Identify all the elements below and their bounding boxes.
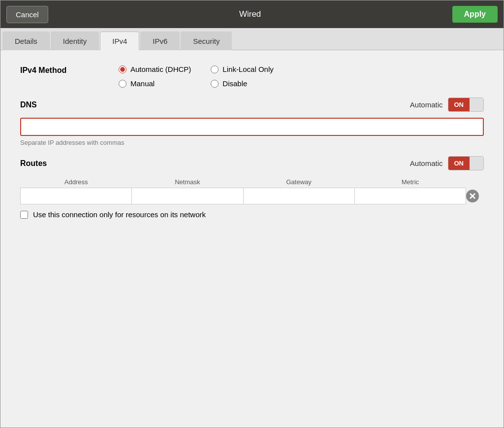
route-gateway-input[interactable] (244, 188, 354, 204)
routes-auto-row: Automatic ON (410, 156, 484, 170)
routes-section: Routes Automatic ON Address Netmask Gate… (20, 156, 484, 219)
tab-identity[interactable]: Identity (51, 32, 99, 50)
radio-link-local-input[interactable] (211, 66, 219, 73)
dns-header: DNS Automatic ON (20, 98, 484, 112)
dns-section: DNS Automatic ON Separate IP addresses w… (20, 98, 484, 146)
radio-disable-label: Disable (222, 79, 247, 88)
dns-input[interactable] (20, 118, 484, 136)
checkbox-row: Use this connection only for resources o… (20, 210, 484, 219)
dns-hint: Separate IP addresses with commas (20, 139, 484, 146)
routes-auto-text: Automatic (410, 159, 443, 167)
content-area: IPv4 Method Automatic (DHCP) Link-Local … (0, 50, 504, 428)
cancel-button[interactable]: Cancel (6, 6, 48, 23)
checkbox-label: Use this connection only for resources o… (33, 210, 206, 219)
dns-auto-text: Automatic (410, 100, 443, 109)
ipv4-method-options: Automatic (DHCP) Link-Local Only Manual … (119, 65, 284, 88)
routes-header: Routes Automatic ON (20, 156, 484, 170)
apply-button[interactable]: Apply (452, 6, 498, 23)
resources-only-checkbox[interactable] (20, 211, 28, 219)
route-address-input[interactable] (21, 188, 131, 204)
radio-manual[interactable]: Manual (119, 79, 191, 88)
radio-disable[interactable]: Disable (211, 79, 283, 88)
dns-label: DNS (20, 100, 37, 109)
dns-auto-row: Automatic ON (410, 98, 484, 112)
tab-ipv6[interactable]: IPv6 (140, 32, 180, 50)
dns-toggle[interactable]: ON (448, 98, 484, 112)
close-icon (470, 193, 475, 199)
radio-auto-dhcp-input[interactable] (119, 66, 126, 73)
ipv4-method-section: IPv4 Method Automatic (DHCP) Link-Local … (20, 65, 484, 88)
routes-toggle[interactable]: ON (448, 156, 484, 170)
routes-toggle-off (470, 157, 483, 170)
route-metric-input[interactable] (355, 188, 466, 204)
titlebar: Cancel Wired Apply (0, 0, 504, 28)
radio-manual-label: Manual (130, 79, 155, 88)
table-row (21, 188, 484, 204)
radio-disable-input[interactable] (211, 80, 219, 88)
dialog-title: Wired (239, 9, 261, 19)
routes-toggle-on: ON (448, 157, 470, 170)
dns-toggle-off (470, 98, 483, 111)
radio-link-local[interactable]: Link-Local Only (211, 65, 283, 73)
route-delete-button[interactable] (466, 190, 479, 202)
ipv4-method-label: IPv4 Method (20, 65, 119, 75)
routes-label: Routes (20, 159, 47, 168)
col-metric: Metric (354, 176, 466, 188)
radio-auto-dhcp[interactable]: Automatic (DHCP) (119, 65, 191, 73)
dialog: Cancel Wired Apply Details Identity IPv4… (0, 0, 504, 428)
col-netmask: Netmask (132, 176, 243, 188)
routes-table: Address Netmask Gateway Metric (20, 176, 484, 204)
tab-ipv4[interactable]: IPv4 (100, 32, 139, 50)
radio-auto-dhcp-label: Automatic (DHCP) (130, 65, 191, 73)
col-address: Address (21, 176, 132, 188)
route-netmask-input[interactable] (132, 188, 243, 204)
radio-link-local-label: Link-Local Only (222, 65, 273, 73)
col-gateway: Gateway (243, 176, 354, 188)
radio-manual-input[interactable] (119, 80, 126, 88)
dns-toggle-on: ON (448, 98, 470, 111)
tab-security[interactable]: Security (181, 32, 232, 50)
tab-bar: Details Identity IPv4 IPv6 Security (0, 28, 504, 50)
tab-details[interactable]: Details (2, 32, 50, 50)
